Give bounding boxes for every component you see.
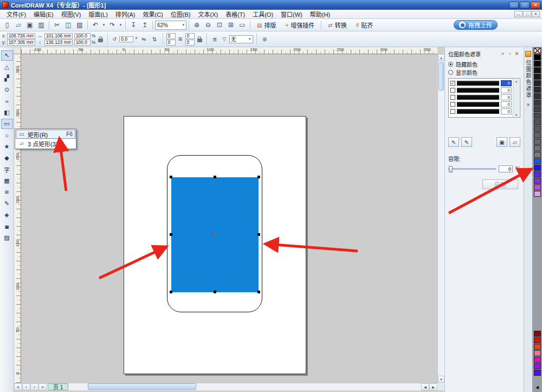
palette-swatch[interactable] — [534, 67, 541, 73]
scale-x-field[interactable] — [74, 33, 91, 39]
paste-icon[interactable]: ▧ — [74, 20, 85, 30]
corner-lock-icon[interactable] — [197, 38, 202, 42]
selection-handle[interactable] — [214, 291, 216, 293]
minimize-button[interactable]: — — [509, 2, 519, 9]
mask-checkbox-checked[interactable]: ✓ — [450, 81, 455, 86]
apply-button[interactable]: 应用 — [482, 179, 518, 189]
y-position-field[interactable] — [7, 40, 35, 46]
zoom-in-icon[interactable]: ⊕ — [191, 20, 202, 30]
mask-color-row[interactable]: 0 — [450, 101, 512, 108]
save-mask-icon[interactable]: ▣ — [496, 137, 507, 147]
tool-table[interactable]: ▦ — [1, 176, 13, 186]
menu-layout[interactable]: 版面(L) — [85, 9, 111, 19]
palette-swatch[interactable] — [534, 113, 541, 119]
palette-swatch-none[interactable] — [534, 48, 541, 54]
previous-page-button[interactable]: ‹ — [22, 383, 30, 390]
scroll-right-icon[interactable]: ▸ — [429, 383, 437, 390]
text-wrap-icon[interactable]: ≣ — [210, 35, 220, 44]
palette-swatch[interactable] — [534, 152, 541, 158]
eyedropper-add-icon[interactable]: ✎ — [461, 137, 472, 147]
hide-colors-option[interactable]: 隐藏颜色 — [448, 60, 520, 68]
docker-tab-close-icon[interactable]: ✕ — [526, 102, 530, 107]
import-icon[interactable]: ↧ — [128, 20, 139, 30]
zoom-fit-icon[interactable]: ⊞ — [225, 20, 236, 30]
tool-ellipse[interactable]: ○ — [1, 130, 13, 140]
convert-button[interactable]: ⇄ 转换 — [324, 20, 351, 30]
lock-ratio-icon[interactable] — [98, 38, 103, 42]
last-page-button[interactable]: » — [38, 383, 47, 390]
tool-eyedropper[interactable]: ✎ — [1, 198, 13, 209]
save-icon[interactable]: ▣ — [24, 20, 35, 30]
scroll-down-icon[interactable]: ▾ — [515, 113, 517, 117]
outline-width-select[interactable]: 无 ▾ — [229, 35, 253, 43]
tool-outline-pen[interactable]: ◈ — [1, 210, 13, 220]
open-mask-icon[interactable]: ▱ — [509, 137, 520, 147]
menu-edit[interactable]: 编辑(E) — [30, 9, 57, 19]
doc-close-button[interactable]: ✕ — [532, 11, 540, 17]
palette-swatch[interactable] — [534, 171, 541, 177]
palette-more-icon[interactable]: ◀ — [532, 385, 542, 390]
tool-pick[interactable]: ↖ — [1, 50, 13, 61]
scroll-left-icon[interactable]: ◂ — [421, 383, 429, 390]
eyedropper-icon[interactable]: ✎ — [448, 137, 459, 147]
menu-arrange[interactable]: 排列(A) — [112, 9, 139, 19]
selection-handle[interactable] — [257, 233, 260, 236]
mask-value[interactable]: 0 — [501, 87, 512, 93]
zoom-page-icon[interactable]: ▭ — [237, 20, 248, 30]
tool-polygon[interactable]: ★ — [1, 142, 13, 152]
drawing-canvas[interactable]: × — [21, 54, 437, 383]
horizontal-scrollbar[interactable] — [70, 383, 421, 390]
palette-swatch[interactable] — [534, 93, 541, 99]
redo-icon[interactable]: ↷ — [107, 20, 118, 30]
mask-checkbox[interactable] — [450, 102, 455, 107]
docker-close-icon[interactable]: ✕ — [513, 51, 520, 56]
menu-view[interactable]: 视图(V) — [57, 9, 85, 19]
scroll-up-icon[interactable]: ▴ — [438, 54, 444, 61]
palette-swatch[interactable] — [534, 344, 541, 350]
flyout-3point-rectangle-item[interactable]: ▱ 3 点矩形(3) — [16, 139, 75, 148]
undo-icon[interactable]: ↶ — [90, 20, 101, 30]
tool-smart-fill[interactable]: ◧ — [1, 107, 13, 118]
tool-freehand[interactable]: ≈ — [1, 96, 13, 106]
mask-value[interactable]: 0 — [501, 108, 512, 114]
palette-swatch[interactable] — [534, 126, 541, 132]
palette-swatch[interactable] — [534, 178, 541, 184]
palette-swatch[interactable] — [534, 132, 541, 138]
selection-handle[interactable] — [257, 176, 260, 178]
tool-shape[interactable]: △ — [1, 62, 13, 72]
scroll-up-icon[interactable]: ▴ — [515, 79, 517, 83]
close-button[interactable]: ✕ — [531, 2, 540, 9]
mask-checkbox[interactable] — [450, 95, 455, 100]
width-field[interactable] — [44, 33, 73, 39]
tolerance-slider[interactable] — [448, 168, 496, 170]
selection-handle[interactable] — [170, 233, 172, 236]
palette-swatch[interactable] — [534, 54, 541, 60]
scroll-down-icon[interactable]: ▾ — [438, 376, 444, 383]
menu-table[interactable]: 表格(T) — [222, 9, 249, 19]
palette-swatch[interactable] — [534, 87, 541, 93]
palette-swatch[interactable] — [534, 184, 541, 190]
palette-swatch[interactable] — [534, 158, 541, 164]
docker-expand-icon[interactable]: » — [499, 51, 506, 56]
first-page-button[interactable]: « — [14, 383, 22, 390]
drag-upload-badge[interactable]: 拖拽上传 — [454, 20, 498, 30]
page-tab[interactable]: 页 1 — [48, 383, 68, 390]
menu-text[interactable]: 文本(X) — [194, 9, 222, 19]
show-colors-option[interactable]: 显示颜色 — [448, 68, 520, 76]
new-document-icon[interactable]: ▯ — [2, 20, 12, 30]
scale-y-field[interactable] — [74, 40, 91, 46]
next-page-button[interactable]: › — [30, 383, 38, 390]
palette-swatch[interactable] — [534, 350, 541, 356]
tool-crop[interactable]: ▞ — [1, 73, 13, 83]
mask-value-selected[interactable]: 0 — [501, 80, 512, 86]
corner-radius-tl-field[interactable] — [166, 33, 176, 39]
menu-effects[interactable]: 效果(C) — [139, 9, 167, 19]
palette-swatch[interactable] — [534, 80, 541, 86]
corner-radius-br-field[interactable] — [185, 40, 195, 46]
docker-float-icon[interactable]: ▫ — [506, 51, 513, 56]
cut-icon[interactable]: ✂ — [51, 20, 62, 30]
corner-radius-tr-field[interactable] — [185, 33, 195, 39]
mask-color-row[interactable]: ✓ 0 — [450, 80, 512, 87]
maximize-button[interactable]: □ — [520, 2, 530, 9]
palette-swatch[interactable] — [534, 139, 541, 145]
